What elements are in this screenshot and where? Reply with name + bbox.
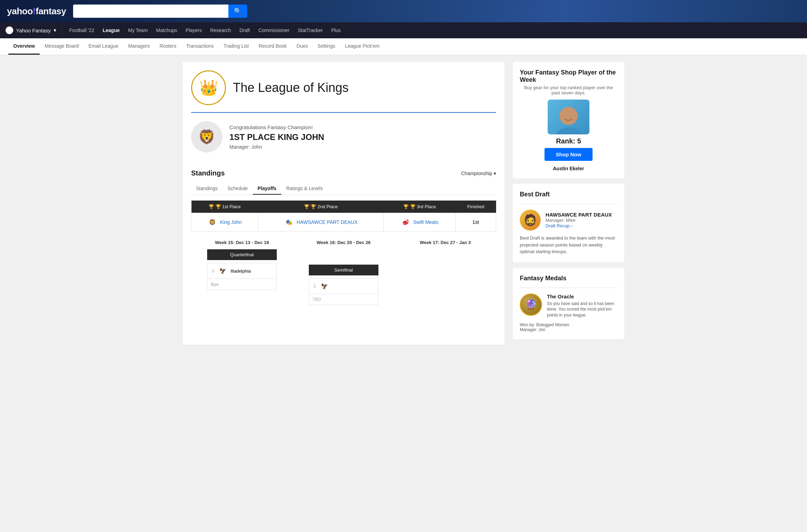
table-row: 🦁 King John 🎭 HAWSAWCE PART DEAUX 🥩 bbox=[191, 213, 496, 232]
best-draft-section: 🧔 HAWSAWCE PART DEAUX Manager: Mike Draf… bbox=[520, 210, 617, 255]
bracket-team-name-1: Illadelphia bbox=[230, 268, 251, 274]
right-sidebar: Your Fantasy Shop Player of the Week Buy… bbox=[513, 62, 624, 345]
nav-items: Football '22 League My Team Matchups Pla… bbox=[65, 23, 345, 38]
medal-won-by: Won by: Bolegged Women Manager: Jon bbox=[520, 322, 617, 332]
champion-info: Congratulations Fantasy Champion! 1ST PL… bbox=[229, 124, 324, 150]
search-input[interactable] bbox=[73, 5, 228, 18]
divider-1 bbox=[520, 204, 617, 204]
subnav-trading-list[interactable]: Trading List bbox=[219, 38, 254, 55]
congrats-text: Congratulations Fantasy Champion! bbox=[229, 124, 324, 130]
semifinal-icon-1: 🦅 bbox=[320, 281, 329, 291]
shop-now-button[interactable]: Shop Now bbox=[544, 148, 592, 161]
subnav-email-league[interactable]: Email League bbox=[84, 38, 123, 55]
nav-brand-label: Yahoo Fantasy bbox=[16, 28, 51, 33]
left-content: 👑 The League of Kings 🦁 Congratulations … bbox=[183, 62, 504, 345]
medal-info: The Oracle So you have said and so it ha… bbox=[547, 294, 617, 318]
nav-item-draft[interactable]: Draft bbox=[235, 23, 254, 38]
subnav-record-book[interactable]: Record Book bbox=[254, 38, 292, 55]
subnav-managers[interactable]: Managers bbox=[123, 38, 155, 55]
player-week-subtitle: Buy gear for your top-ranked player over… bbox=[520, 85, 617, 95]
player-week-section: Buy gear for your top-ranked player over… bbox=[520, 85, 617, 171]
cell-2nd: 🎭 HAWSAWCE PART DEAUX bbox=[258, 213, 384, 232]
draft-team: 🧔 HAWSAWCE PART DEAUX Manager: Mike Draf… bbox=[520, 210, 617, 230]
semifinal-label: Semifinal bbox=[309, 265, 378, 275]
nav-item-football[interactable]: Football '22 bbox=[65, 23, 99, 38]
icon-king-john: 🦁 bbox=[207, 217, 217, 227]
week-17-label: Week 17: Dec 27 - Jan 3 bbox=[394, 240, 496, 245]
player-name: Austin Ekeler bbox=[520, 166, 617, 171]
nav-item-league[interactable]: League bbox=[99, 23, 124, 38]
nav-item-stattracker[interactable]: StatTracker bbox=[293, 23, 327, 38]
cell-1st: 🦁 King John bbox=[191, 213, 258, 232]
nav-item-players[interactable]: Players bbox=[181, 23, 206, 38]
player-avatar-svg bbox=[549, 101, 588, 134]
playoffs-table: 🏆 🏆 1st Place 🏆 🏆 2nd Place 🏆 🏆 3rd Plac… bbox=[191, 201, 496, 232]
week-15-col: Week 15: Dec 13 - Dec 19 Quarterfinal 1 … bbox=[191, 240, 293, 305]
standings-filter[interactable]: Championship ▾ bbox=[461, 171, 496, 176]
link-king-john[interactable]: 🦁 King John bbox=[196, 217, 253, 227]
draft-team-info: HAWSAWCE PART DEAUX Manager: Mike Draft … bbox=[546, 212, 612, 228]
standings-filter-label: Championship bbox=[461, 171, 493, 176]
divider-2 bbox=[520, 288, 617, 288]
svg-point-1 bbox=[559, 107, 578, 125]
sub-nav: Overview Message Board Email League Mana… bbox=[0, 38, 807, 55]
subnav-settings[interactable]: Settings bbox=[313, 38, 340, 55]
icon-hawsawce: 🎭 bbox=[284, 217, 294, 227]
nav-brand[interactable]: ⚙ Yahoo Fantasy ▾ bbox=[6, 22, 62, 38]
subnav-transactions[interactable]: Transactions bbox=[181, 38, 219, 55]
yahoo-fantasy-icon: ⚙ bbox=[6, 26, 13, 34]
draft-team-name: HAWSAWCE PART DEAUX bbox=[546, 212, 612, 218]
nav-item-commissioner[interactable]: Commissioner bbox=[254, 23, 293, 38]
league-logo-emoji: 👑 bbox=[199, 79, 218, 97]
nav-item-myteam[interactable]: My Team bbox=[124, 23, 152, 38]
link-hawsawce[interactable]: 🎭 HAWSAWCE PART DEAUX bbox=[263, 217, 379, 227]
subnav-league-pickem[interactable]: League Pick'em bbox=[340, 38, 384, 55]
subnav-overview[interactable]: Overview bbox=[8, 38, 40, 55]
subnav-dues[interactable]: Dues bbox=[292, 38, 313, 55]
quarterfinal-game: 1 🦅 Illadelphia Bye bbox=[207, 263, 277, 290]
tab-ratings[interactable]: Ratings & Levels bbox=[281, 183, 328, 195]
medal-section: 🔮 The Oracle So you have said and so it … bbox=[520, 294, 617, 318]
top-header: yahoo!fantasy 🔍 bbox=[0, 0, 807, 22]
tab-schedule[interactable]: Schedule bbox=[222, 183, 252, 195]
subnav-message-board[interactable]: Message Board bbox=[40, 38, 84, 55]
medal-desc: So you have said and so it has been done… bbox=[547, 301, 617, 318]
nav-item-matchups[interactable]: Matchups bbox=[152, 23, 181, 38]
bracket-bye: Bye bbox=[207, 279, 276, 290]
tab-standings[interactable]: Standings bbox=[191, 183, 222, 195]
link-swift-meats[interactable]: 🥩 Swift Meats bbox=[389, 217, 450, 227]
team-name-king-john: King John bbox=[220, 219, 242, 225]
standings-tabs: Standings Schedule Playoffs Ratings & Le… bbox=[191, 183, 496, 195]
subnav-rosters[interactable]: Rosters bbox=[155, 38, 181, 55]
player-image bbox=[548, 100, 589, 134]
tab-playoffs[interactable]: Playoffs bbox=[253, 183, 281, 195]
champion-avatar: 🦁 bbox=[191, 121, 222, 152]
icon-swift-meats: 🥩 bbox=[401, 217, 410, 227]
player-of-week-title: Your Fantasy Shop Player of the Week bbox=[520, 69, 617, 84]
week-17-col: Week 17: Dec 27 - Jan 3 bbox=[394, 240, 496, 305]
medal-icon-emoji: 🔮 bbox=[525, 299, 537, 310]
svg-point-0 bbox=[555, 127, 582, 134]
cell-finished: 1st bbox=[455, 213, 496, 232]
draft-recap-link[interactable]: Draft Recap › bbox=[546, 223, 572, 228]
medal-won-by-text: Won by: Bolegged Women bbox=[520, 322, 569, 327]
nav-item-plus[interactable]: Plus bbox=[327, 23, 345, 38]
bracket-bye-label: Bye bbox=[211, 282, 219, 287]
standings-filter-chevron: ▾ bbox=[494, 171, 496, 176]
medal-title: The Oracle bbox=[547, 294, 617, 299]
cell-3rd: 🥩 Swift Meats bbox=[384, 213, 456, 232]
week-16-col: Week 16: Dec 20 - Dec 26 Semifinal 1 🦅 T… bbox=[293, 240, 394, 305]
search-button[interactable]: 🔍 bbox=[228, 5, 247, 18]
semifinal-team-2: TBD bbox=[309, 294, 378, 305]
col-finished: Finished bbox=[455, 201, 496, 213]
best-draft-desc: Best Draft is awarded to the team with t… bbox=[520, 235, 617, 255]
yahoo-logo: yahoo!fantasy bbox=[7, 6, 66, 17]
bracket-icon-1: 🦅 bbox=[218, 266, 228, 276]
main-container: 👑 The League of Kings 🦁 Congratulations … bbox=[177, 55, 630, 352]
nav-bar: ⚙ Yahoo Fantasy ▾ Football '22 League My… bbox=[0, 22, 807, 38]
bracket-team-1: 1 🦅 Illadelphia bbox=[207, 263, 276, 279]
league-title: The League of Kings bbox=[233, 80, 348, 95]
team-name-hawsawce: HAWSAWCE PART DEAUX bbox=[297, 219, 358, 225]
nav-item-research[interactable]: Research bbox=[206, 23, 235, 38]
league-logo: 👑 bbox=[191, 70, 226, 105]
